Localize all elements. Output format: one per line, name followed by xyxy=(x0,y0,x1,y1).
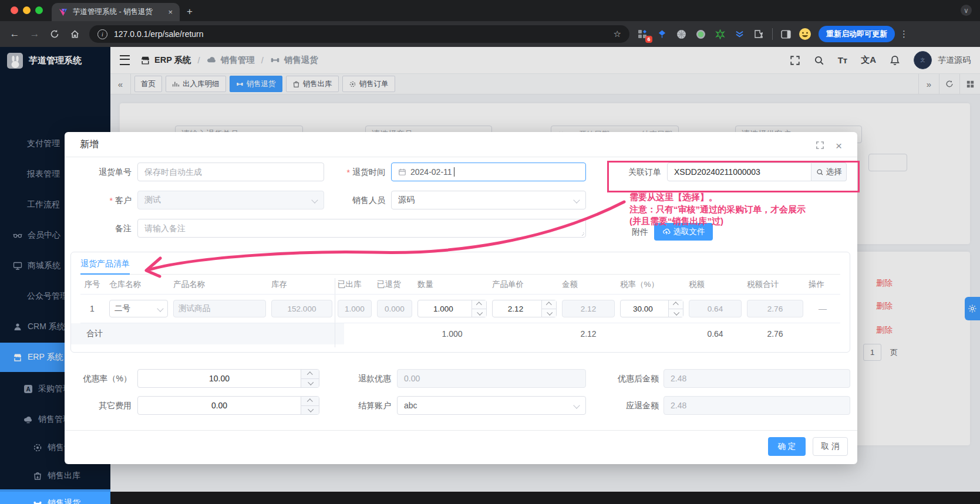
reload-button[interactable] xyxy=(45,29,65,39)
extension-star-icon[interactable] xyxy=(713,28,726,40)
row-seq: 1 xyxy=(80,304,104,313)
amount-input: 2.12 xyxy=(562,300,615,317)
step-up-icon[interactable] xyxy=(301,397,319,406)
return-time-value: 2024-02-11 xyxy=(410,167,452,177)
discount-rate-label: 优惠率（%） xyxy=(74,369,132,389)
extension-green-circle-icon[interactable] xyxy=(694,28,707,40)
step-down-icon[interactable] xyxy=(669,309,683,317)
extension-kite-icon[interactable] xyxy=(655,28,668,40)
browser-menu-icon[interactable]: ⋮ xyxy=(900,29,908,39)
dialog-header: 新增 × xyxy=(65,132,857,157)
totals-label: 合计 xyxy=(80,329,168,339)
totals-qty: 1.000 xyxy=(417,329,487,339)
shipped-input: 1.000 xyxy=(338,300,372,317)
discount-rate-stepper[interactable]: 10.00 xyxy=(137,369,319,388)
bone-icon xyxy=(33,499,42,504)
dialog-fullscreen-icon[interactable] xyxy=(816,141,824,150)
step-up-icon[interactable] xyxy=(669,300,683,309)
site-favicon xyxy=(59,8,68,16)
required-asterisk: * xyxy=(347,168,350,177)
extension-grid-icon[interactable]: 6 xyxy=(636,28,649,40)
return-no-label: 退货单号 xyxy=(78,163,132,182)
back-button[interactable]: ← xyxy=(5,28,25,40)
totals-amount: 2.12 xyxy=(562,329,615,339)
window-zoom-button[interactable] xyxy=(35,6,43,14)
app-viewport: 芋道管理系统 支付管理 报表管理 工作流程 会员中心 商城系统 公众号管理 CR… xyxy=(0,47,980,492)
site-info-icon[interactable]: i xyxy=(97,29,107,39)
settle-account-select[interactable]: abc xyxy=(397,396,586,415)
chevron-down-icon xyxy=(573,197,580,203)
products-table-row: 1 二号 测试商品 152.000 1.000 0.000 1.000 2.12… xyxy=(80,295,840,323)
other-fee-stepper[interactable]: 0.00 xyxy=(137,396,319,415)
tab-title: 芋道管理系统 - 销售退货 xyxy=(73,7,163,17)
warehouse-select[interactable]: 二号 xyxy=(109,300,168,317)
home-icon xyxy=(70,29,80,39)
totals-tax-total: 2.76 xyxy=(747,329,803,339)
tax-total-input: 2.76 xyxy=(747,300,803,317)
browser-tab[interactable]: 芋道管理系统 - 销售退货 × xyxy=(52,3,180,21)
tab-close-icon[interactable]: × xyxy=(168,8,173,16)
step-down-icon[interactable] xyxy=(301,379,319,388)
product-name-input: 测试商品 xyxy=(173,300,266,317)
amount-after-discount-input: 2.48 xyxy=(664,369,850,388)
customer-select: 测试 xyxy=(137,191,324,209)
step-up-icon[interactable] xyxy=(472,300,486,309)
return-time-input[interactable]: 2024-02-11 xyxy=(391,163,586,181)
url-bar[interactable]: i 127.0.0.1/erp/sale/return ☆ xyxy=(89,25,629,43)
side-panel-icon[interactable] xyxy=(779,28,792,40)
browser-update-button[interactable]: 重新启动即可更新 xyxy=(819,26,895,42)
browser-toolbar: ← → i 127.0.0.1/erp/sale/return ☆ 6 xyxy=(0,21,980,47)
step-up-icon[interactable] xyxy=(301,370,319,379)
dialog-close-icon[interactable]: × xyxy=(836,140,842,153)
row-operation: — xyxy=(809,304,837,313)
refund-amount-input: 2.48 xyxy=(664,396,850,415)
required-asterisk: * xyxy=(110,196,113,205)
tax-input: 0.64 xyxy=(689,300,742,317)
remark-label: 备注 xyxy=(78,219,132,239)
screenshot-root: { "browser": { "tab_title": "芋道管理系统 - 销售… xyxy=(0,0,980,504)
toolbar-divider xyxy=(772,28,773,40)
step-down-icon[interactable] xyxy=(542,309,556,317)
quantity-stepper[interactable]: 1.000 xyxy=(417,300,487,317)
cancel-button[interactable]: 取 消 xyxy=(813,437,848,456)
return-time-label: *退货时间 xyxy=(335,163,385,182)
chevron-down-icon xyxy=(157,305,163,312)
tax-rate-stepper[interactable]: 30.00 xyxy=(620,300,683,317)
extensions-puzzle-icon[interactable] xyxy=(752,28,765,40)
returned-input: 0.000 xyxy=(377,300,412,317)
window-minimize-button[interactable] xyxy=(23,6,31,14)
products-table-totals: 合计 1.000 2.12 0.64 2.76 xyxy=(80,323,840,344)
step-down-icon[interactable] xyxy=(301,406,319,415)
other-fee-label: 其它费用 xyxy=(74,396,132,416)
dialog-footer-divider xyxy=(65,430,857,431)
amount-after-discount-label: 优惠后金额 xyxy=(605,369,659,389)
new-tab-button[interactable]: + xyxy=(187,6,193,18)
customer-label: *客户 xyxy=(78,191,132,211)
extension-chevrons-icon[interactable] xyxy=(733,28,746,40)
confirm-button[interactable]: 确 定 xyxy=(768,437,806,456)
salesperson-select[interactable]: 源码 xyxy=(391,191,586,209)
forward-button[interactable]: → xyxy=(25,28,45,40)
refund-discount-input: 0.00 xyxy=(397,369,586,388)
url-text: 127.0.0.1/erp/sale/return xyxy=(114,29,204,39)
products-table-header: 序号 仓库名称 产品名称 库存 已出库 已退货 数量 产品单价 金额 税率（%）… xyxy=(80,275,840,295)
text-cursor xyxy=(454,167,454,177)
price-stepper[interactable]: 2.12 xyxy=(492,300,557,317)
return-products-card: 退货产品清单 序号 仓库名称 产品名称 库存 已出库 已退货 数量 产品单价 金… xyxy=(70,252,850,353)
return-no-input[interactable] xyxy=(137,163,324,181)
highlight-box-related-order xyxy=(607,161,860,192)
window-close-button[interactable] xyxy=(11,6,18,14)
step-down-icon[interactable] xyxy=(472,309,486,317)
refund-amount-label: 应退金额 xyxy=(605,396,659,416)
home-button[interactable] xyxy=(65,29,85,39)
browser-chrome: 芋道管理系统 - 销售退货 × + ∨ ← → i 127.0.0.1/erp/… xyxy=(0,0,980,47)
extension-gray-icon[interactable] xyxy=(675,28,688,40)
annotation-text: 需要从这里【选择】。 注意：只有“审核”通过的采购订单，才会展示 (并且需要“销… xyxy=(629,191,806,228)
bookmark-star-icon[interactable]: ☆ xyxy=(614,29,621,39)
remark-input[interactable] xyxy=(137,219,586,238)
profile-avatar-emoji[interactable] xyxy=(799,28,811,40)
tab-search-chevron-icon[interactable]: ∨ xyxy=(961,5,972,16)
extension-badge: 6 xyxy=(645,36,652,43)
step-up-icon[interactable] xyxy=(542,300,556,309)
tab-return-products[interactable]: 退货产品清单 xyxy=(80,259,130,275)
